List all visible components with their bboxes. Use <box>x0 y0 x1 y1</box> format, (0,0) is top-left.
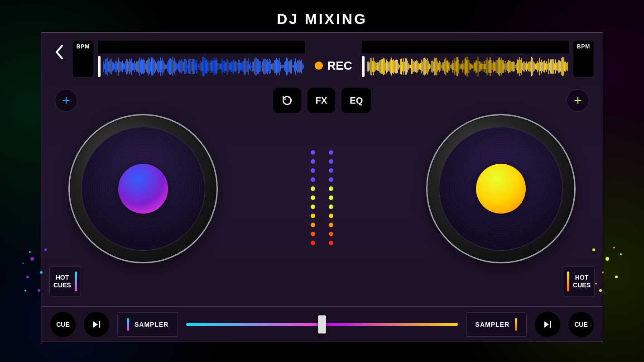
plus-icon: + <box>574 93 582 108</box>
meter-dot <box>329 168 333 173</box>
play-next-icon <box>92 320 101 329</box>
bottom-bar: CUE SAMPLER SAMPLER CUE <box>41 306 603 342</box>
back-button[interactable] <box>50 41 68 63</box>
waveform-deck-b <box>362 41 569 77</box>
sampler-label: SAMPLER <box>476 321 509 328</box>
svg-point-11 <box>592 248 595 251</box>
meter-dot <box>311 177 315 182</box>
hot-cues-b-button[interactable]: HOT CUES <box>563 267 595 296</box>
refresh-icon <box>281 95 293 106</box>
cue-label: CUE <box>574 321 588 328</box>
waveform-b-svg <box>367 56 569 77</box>
waveform-a[interactable] <box>98 56 305 77</box>
playhead-icon <box>362 56 365 77</box>
level-meters <box>311 150 333 245</box>
sampler-a-button[interactable]: SAMPLER <box>117 312 178 337</box>
deck-row <box>41 110 603 263</box>
meter-dot <box>329 150 333 155</box>
cue-a-button[interactable]: CUE <box>50 312 76 337</box>
hot-cues-a-button[interactable]: HOT CUES <box>49 267 81 296</box>
bpm-label: BPM <box>77 43 90 50</box>
add-track-b-button[interactable]: + <box>567 89 589 112</box>
bpm-label: BPM <box>577 43 591 50</box>
meter-dot <box>329 241 333 245</box>
hot-cues-bar-icon <box>75 272 77 291</box>
meter-dot <box>311 195 315 200</box>
jog-center-a <box>118 164 168 214</box>
meter-dot <box>329 195 333 200</box>
jog-wheel-b[interactable] <box>426 114 576 263</box>
meter-dot <box>311 205 315 209</box>
crossfader[interactable] <box>186 315 457 333</box>
meter-dot <box>311 168 315 173</box>
meter-dot <box>329 232 333 236</box>
record-dot-icon <box>315 62 323 70</box>
play-next-b-button[interactable] <box>535 312 560 337</box>
track-bar-b[interactable] <box>362 41 569 53</box>
meter-dot <box>311 186 315 191</box>
hot-cues-label: HOT CUES <box>53 274 71 289</box>
sampler-bar-icon <box>515 318 517 331</box>
meter-dot <box>329 186 333 191</box>
app-title: DJ MIXING <box>0 0 644 32</box>
dj-console: BPM REC BPM + F <box>41 32 603 342</box>
meter-dot <box>311 241 315 245</box>
svg-point-1 <box>44 248 47 251</box>
waveform-b[interactable] <box>362 56 569 77</box>
waveform-a-svg <box>103 56 305 77</box>
meter-dot <box>329 214 333 218</box>
meter-dot <box>311 150 315 155</box>
play-next-a-button[interactable] <box>84 312 109 337</box>
jog-center-b <box>476 164 526 214</box>
play-next-icon <box>543 320 552 329</box>
cue-label: CUE <box>56 321 70 328</box>
hot-cues-label: HOT CUES <box>573 274 591 289</box>
svg-point-18 <box>595 283 597 285</box>
chevron-left-icon <box>54 44 65 60</box>
meter-dot <box>329 159 333 164</box>
cue-b-button[interactable]: CUE <box>568 312 594 337</box>
bpm-badge-left[interactable]: BPM <box>73 41 93 77</box>
meter-right <box>329 150 333 245</box>
meter-left <box>311 150 315 245</box>
bpm-badge-right[interactable]: BPM <box>573 41 594 77</box>
plus-icon: + <box>62 93 70 108</box>
meter-dot <box>311 232 315 236</box>
meter-dot <box>329 177 333 182</box>
track-bar-a[interactable] <box>98 41 305 53</box>
playhead-icon <box>98 56 101 77</box>
meter-dot <box>329 205 333 209</box>
crossfader-thumb[interactable] <box>318 315 326 333</box>
sampler-b-button[interactable]: SAMPLER <box>466 312 527 337</box>
meter-dot <box>311 223 315 227</box>
top-bar: BPM REC BPM <box>41 33 603 77</box>
record-button[interactable]: REC <box>309 59 358 73</box>
meter-dot <box>311 159 315 164</box>
meter-dot <box>311 214 315 218</box>
sampler-bar-icon <box>127 318 129 331</box>
eq-label: EQ <box>350 95 363 106</box>
jog-wheel-a[interactable] <box>68 114 218 263</box>
svg-point-14 <box>599 289 602 292</box>
waveform-deck-a <box>98 41 305 77</box>
meter-dot <box>329 223 333 227</box>
rec-label: REC <box>327 59 352 73</box>
fx-label: FX <box>316 95 327 106</box>
add-track-a-button[interactable]: + <box>55 89 77 112</box>
sampler-label: SAMPLER <box>135 321 168 328</box>
hot-cues-bar-icon <box>567 272 569 291</box>
